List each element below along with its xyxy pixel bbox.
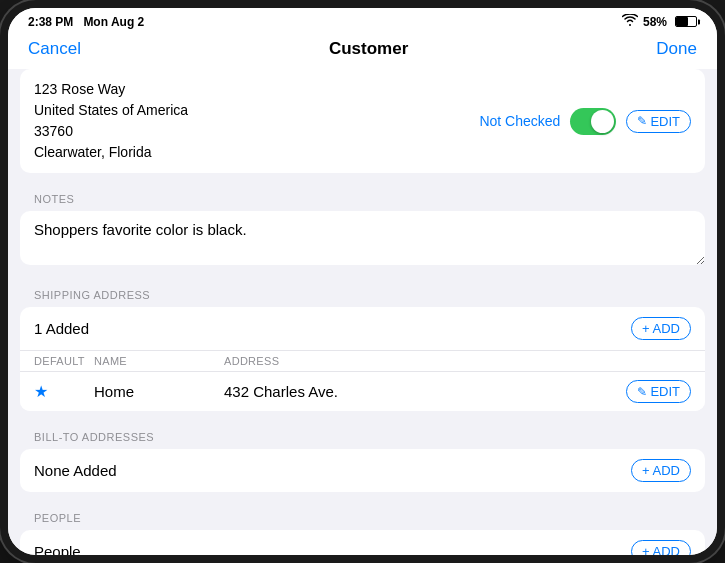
shipping-card: 1 Added + ADD DEFAULT NAME ADDRESS ★ Hom… xyxy=(20,307,705,411)
shipping-add-button[interactable]: + ADD xyxy=(631,317,691,340)
shipping-added-row: 1 Added + ADD xyxy=(20,307,705,351)
people-add-button[interactable]: + ADD xyxy=(631,540,691,555)
pencil-icon: ✎ xyxy=(637,385,647,399)
th-address: ADDRESS xyxy=(224,355,691,367)
shipping-edit-label: EDIT xyxy=(650,384,680,399)
billto-add-button[interactable]: + ADD xyxy=(631,459,691,482)
shipping-label: SHIPPING ADDRESS xyxy=(8,289,717,301)
shipping-table-header: DEFAULT NAME ADDRESS xyxy=(20,351,705,372)
not-checked-toggle[interactable] xyxy=(570,108,616,135)
people-label: PEOPLE xyxy=(8,512,717,524)
people-card: People + ADD NAME POSITION 1 Kristin Par… xyxy=(20,530,705,555)
notes-label: NOTES xyxy=(8,193,717,205)
battery-percent: 58% xyxy=(643,15,667,29)
billto-added-row: None Added + ADD xyxy=(20,449,705,492)
td-default: ★ xyxy=(34,382,94,401)
address-edit-label: EDIT xyxy=(650,114,680,129)
status-right: 58% xyxy=(622,14,697,29)
address-card: 123 Rose Way United States of America 33… xyxy=(20,69,705,173)
status-time-date: 2:38 PM Mon Aug 2 xyxy=(28,15,144,29)
address-line2: United States of America xyxy=(34,100,188,121)
notes-input[interactable] xyxy=(20,211,705,265)
wifi-icon xyxy=(622,14,638,29)
td-address: 432 Charles Ave. xyxy=(224,383,626,400)
ipad-frame: 2:38 PM Mon Aug 2 58% Cancel Customer Do… xyxy=(0,0,725,563)
content-area: 123 Rose Way United States of America 33… xyxy=(8,69,717,555)
billto-label: BILL-TO ADDRESSES xyxy=(8,431,717,443)
td-name: Home xyxy=(94,383,224,400)
page-title: Customer xyxy=(329,39,408,59)
cancel-button[interactable]: Cancel xyxy=(24,37,85,61)
address-block: 123 Rose Way United States of America 33… xyxy=(34,79,188,163)
billto-card: None Added + ADD xyxy=(20,449,705,492)
date: Mon Aug 2 xyxy=(83,15,144,29)
done-button[interactable]: Done xyxy=(652,37,701,61)
time: 2:38 PM xyxy=(28,15,73,29)
shipping-table-row: ★ Home 432 Charles Ave. ✎ EDIT xyxy=(20,372,705,411)
billto-added-label: None Added xyxy=(34,462,117,479)
shipping-added-label: 1 Added xyxy=(34,320,89,337)
address-edit-button[interactable]: ✎ EDIT xyxy=(626,110,691,133)
people-section: PEOPLE People + ADD NAME POSITION 1 Kris… xyxy=(8,512,717,555)
people-header-row: People + ADD xyxy=(20,530,705,555)
address-line3: 33760 xyxy=(34,121,188,142)
th-name: NAME xyxy=(94,355,224,367)
pencil-icon: ✎ xyxy=(637,114,647,128)
address-line1: 123 Rose Way xyxy=(34,79,188,100)
people-header-label: People xyxy=(34,543,81,555)
status-bar: 2:38 PM Mon Aug 2 58% xyxy=(8,8,717,33)
nav-bar: Cancel Customer Done xyxy=(8,33,717,69)
notes-section: NOTES xyxy=(8,193,717,269)
billto-section: BILL-TO ADDRESSES None Added + ADD xyxy=(8,431,717,492)
address-line4: Clearwater, Florida xyxy=(34,142,188,163)
th-default: DEFAULT xyxy=(34,355,94,367)
not-checked-label: Not Checked xyxy=(479,113,560,129)
shipping-edit-button[interactable]: ✎ EDIT xyxy=(626,380,691,403)
battery-icon xyxy=(675,16,697,27)
shipping-section: SHIPPING ADDRESS 1 Added + ADD DEFAULT N… xyxy=(8,289,717,411)
toggle-knob xyxy=(591,110,614,133)
address-right-actions: Not Checked ✎ EDIT xyxy=(479,108,691,135)
star-icon: ★ xyxy=(34,382,48,401)
